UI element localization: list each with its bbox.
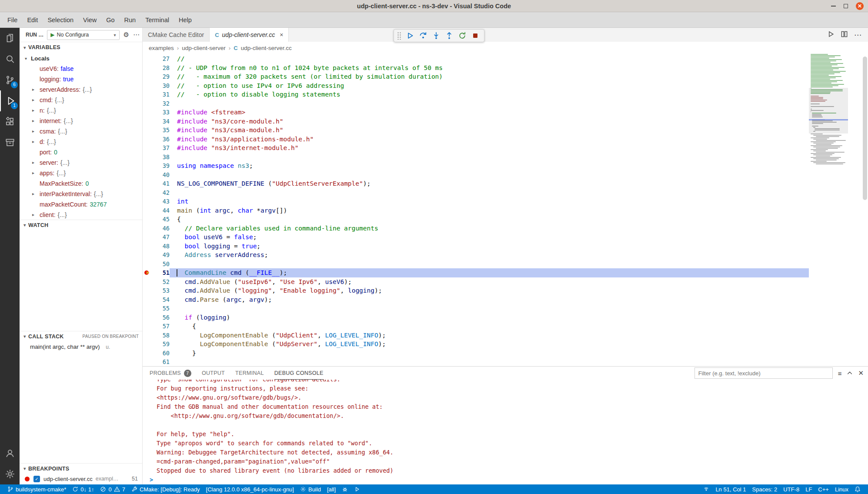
- chevron-right-icon[interactable]: ▸: [32, 105, 34, 116]
- breakpoint-margin[interactable]: [143, 153, 154, 162]
- breakpoint-margin[interactable]: [143, 357, 154, 366]
- tab-cmake-cache-editor[interactable]: CMake Cache Editor: [143, 28, 210, 42]
- chevron-right-icon[interactable]: ▸: [32, 116, 34, 126]
- code-line[interactable]: 41NS_LOG_COMPONENT_DEFINE ("UdpClientSer…: [143, 179, 809, 188]
- code-line[interactable]: 53 cmd.AddValue ("logging", "Enable logg…: [143, 286, 809, 295]
- code-line[interactable]: 36#include "ns3/applications-module.h": [143, 135, 809, 144]
- code-line[interactable]: 27//: [143, 54, 809, 63]
- code-line[interactable]: 42: [143, 188, 809, 197]
- console-input-row[interactable]: >: [150, 475, 868, 484]
- cmake-status[interactable]: CMake: [Debug]: Ready: [128, 484, 203, 494]
- breakpoint-margin[interactable]: [143, 286, 154, 295]
- close-panel-icon[interactable]: ✕: [858, 369, 864, 377]
- code-line[interactable]: 34#include "ns3/core-module.h": [143, 117, 809, 126]
- breakpoint-margin[interactable]: [143, 224, 154, 233]
- variable-row[interactable]: logging:true: [20, 74, 142, 84]
- continue-button[interactable]: [404, 30, 416, 41]
- variable-row[interactable]: ▸serverAddress:{...}: [20, 84, 142, 95]
- watch-section-header[interactable]: ▾ WATCH: [20, 220, 142, 230]
- console-prompt-icon[interactable]: >: [150, 476, 153, 483]
- split-editor-icon[interactable]: [841, 30, 848, 40]
- chevron-right-icon[interactable]: ▸: [32, 84, 34, 95]
- build-button[interactable]: Build: [297, 484, 324, 494]
- minimap[interactable]: [809, 54, 848, 366]
- breakpoint-margin[interactable]: [143, 250, 154, 260]
- code-line[interactable]: 43int: [143, 197, 809, 206]
- code-line[interactable]: 46 // Declare variables used in command-…: [143, 224, 809, 233]
- variables-section-header[interactable]: ▾ VARIABLES: [20, 42, 142, 53]
- menu-selection[interactable]: Selection: [43, 14, 78, 26]
- panel-tab-debug-console[interactable]: DEBUG CONSOLE: [274, 367, 324, 380]
- variable-row[interactable]: port:0: [20, 147, 142, 157]
- code-line[interactable]: 59 LogComponentEnable ("UdpServer", LOG_…: [143, 340, 809, 349]
- maximize-icon[interactable]: [844, 4, 848, 8]
- maximize-panel-icon[interactable]: [847, 370, 853, 376]
- chevron-right-icon[interactable]: ▸: [32, 95, 34, 105]
- notifications[interactable]: [851, 484, 864, 494]
- breadcrumb-item[interactable]: examples: [149, 45, 174, 51]
- chevron-right-icon[interactable]: ▸: [32, 189, 34, 199]
- breakpoint-margin[interactable]: [143, 117, 154, 126]
- os-indicator[interactable]: Linux: [832, 484, 851, 494]
- breakpoint-margin[interactable]: [143, 179, 154, 188]
- launch-config-dropdown[interactable]: ▶ No Configura ▾: [47, 30, 119, 40]
- source-control-icon[interactable]: 6: [0, 70, 20, 90]
- variable-row[interactable]: ▸apps:{...}: [20, 168, 142, 178]
- problems-status[interactable]: 07: [97, 484, 128, 494]
- breakpoint-margin[interactable]: [143, 135, 154, 144]
- code-line[interactable]: 29// - maximum of 320 packets sent (or l…: [143, 72, 809, 81]
- code-line[interactable]: 35#include "ns3/csma-module.h": [143, 126, 809, 135]
- breakpoint-margin[interactable]: [143, 197, 154, 206]
- chevron-right-icon[interactable]: ▸: [32, 137, 34, 147]
- code-line[interactable]: 55: [143, 304, 809, 313]
- encoding[interactable]: UTF-8: [780, 484, 802, 494]
- breakpoint-margin[interactable]: [143, 233, 154, 242]
- extensions-icon[interactable]: [0, 111, 20, 132]
- debug-target-button[interactable]: [339, 484, 351, 494]
- breakpoint-margin[interactable]: [143, 126, 154, 135]
- minimap-slider[interactable]: [809, 88, 848, 134]
- step-into-button[interactable]: [431, 30, 442, 41]
- more-actions-icon[interactable]: ⋯: [854, 30, 862, 40]
- breakpoint-margin[interactable]: [143, 99, 154, 108]
- breakpoint-margin[interactable]: [143, 331, 154, 340]
- breadcrumb-item[interactable]: udp-client-server.cc: [241, 45, 292, 51]
- chevron-right-icon[interactable]: ▸: [32, 168, 34, 178]
- breakpoint-margin[interactable]: [143, 170, 154, 180]
- menu-file[interactable]: File: [3, 14, 22, 26]
- code-line[interactable]: 61: [143, 357, 809, 366]
- panel-tab-output[interactable]: OUTPUT: [202, 367, 225, 380]
- breakpoint-margin[interactable]: [143, 81, 154, 90]
- settings-gear-icon[interactable]: [0, 464, 20, 484]
- minimize-icon[interactable]: [831, 6, 836, 7]
- call-stack-section-header[interactable]: ▾ CALL STACK PAUSED ON BREAKPOINT: [20, 331, 142, 341]
- variable-row[interactable]: ▸client:{...}: [20, 210, 142, 220]
- breakpoint-margin[interactable]: [143, 295, 154, 304]
- account-icon[interactable]: [0, 443, 20, 464]
- run-and-debug-icon[interactable]: 1: [0, 90, 20, 111]
- indentation[interactable]: Spaces: 2: [749, 484, 781, 494]
- code-line[interactable]: 48 bool logging = true;: [143, 242, 809, 251]
- menu-terminal[interactable]: Terminal: [140, 14, 174, 26]
- variable-row[interactable]: ▸cmd:{...}: [20, 95, 142, 105]
- code-line[interactable]: 32: [143, 99, 809, 108]
- code-line[interactable]: ▶51 CommandLine cmd (__FILE__);: [143, 268, 809, 277]
- code-line[interactable]: 33#include <fstream>: [143, 108, 809, 117]
- restart-button[interactable]: [457, 30, 468, 41]
- breadcrumb-item[interactable]: udp-client-server: [182, 45, 226, 51]
- menu-help[interactable]: Help: [174, 14, 197, 26]
- code-line[interactable]: 54 cmd.Parse (argc, argv);: [143, 295, 809, 304]
- breakpoint-margin[interactable]: [143, 304, 154, 313]
- build-target[interactable]: [all]: [324, 484, 339, 494]
- close-tab-icon[interactable]: ×: [280, 31, 283, 38]
- code-line[interactable]: 56 if (logging): [143, 313, 809, 322]
- configure-gear-icon[interactable]: ⚙: [124, 31, 129, 39]
- panel-tab-problems[interactable]: PROBLEMS7: [150, 367, 191, 380]
- code-line[interactable]: 44main (int argc, char *argv[]): [143, 206, 809, 215]
- git-branch-status[interactable]: buildsystem-cmake*: [4, 484, 69, 494]
- code-line[interactable]: 37#include "ns3/internet-module.h": [143, 144, 809, 153]
- breakpoint-margin[interactable]: [143, 313, 154, 322]
- editor-scrollbar[interactable]: [862, 54, 868, 366]
- breakpoint-margin[interactable]: [143, 242, 154, 251]
- breakpoint-row[interactable]: ✓ udp-client-server.cc exampl… 51: [20, 474, 142, 484]
